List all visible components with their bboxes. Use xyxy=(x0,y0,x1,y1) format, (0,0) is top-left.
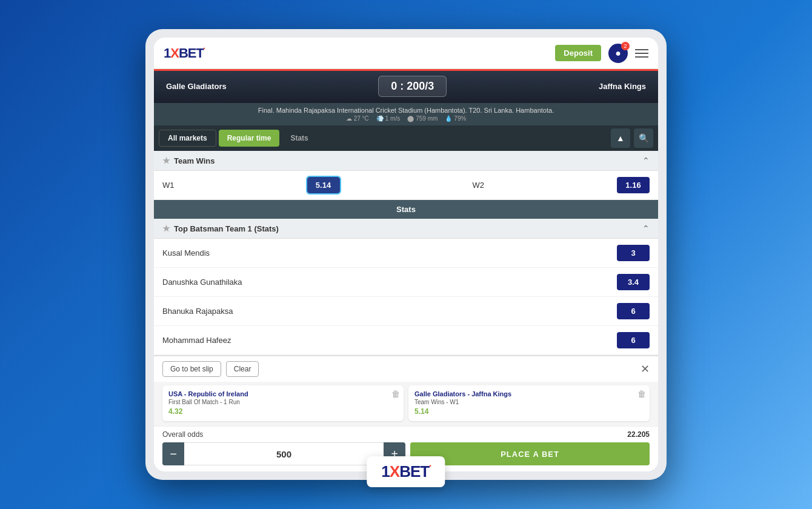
player-name-1: Kusal Mendis xyxy=(162,248,210,258)
place-bet-button[interactable]: PLACE A BET xyxy=(410,442,650,465)
player-row-2: Danushka Gunathilaka 3.4 xyxy=(154,268,658,297)
player-odds-button-2[interactable]: 3.4 xyxy=(617,274,650,290)
amount-input[interactable] xyxy=(184,442,384,465)
player-name-3: Bhanuka Rajapaksa xyxy=(162,307,233,316)
star-icon-2[interactable]: ★ xyxy=(162,224,170,233)
player-name-2: Danushka Gunathilaka xyxy=(162,278,242,287)
star-icon[interactable]: ★ xyxy=(162,156,170,165)
score-bar: Galle Gladiators 0 : 200/3 Jaffna Kings xyxy=(154,69,658,103)
bet-card-2-delete-button[interactable]: 🗑 xyxy=(637,389,646,399)
hamburger-menu-icon[interactable] xyxy=(635,49,648,58)
w1-odds-button[interactable]: 5.14 xyxy=(307,177,340,193)
user-icon[interactable]: ● 2 xyxy=(608,44,628,63)
humidity: 💧 79% xyxy=(445,115,466,122)
player-name-4: Mohammad Hafeez xyxy=(162,336,231,345)
player-row-3: Bhanuka Rajapaksa 6 xyxy=(154,297,658,326)
tabs-left: All markets Regular time Stats xyxy=(159,130,317,147)
w2-odds-button[interactable]: 1.16 xyxy=(617,177,650,193)
match-info-line1: Final. Mahinda Rajapaksa International C… xyxy=(258,107,554,114)
app-header: 1XBET▪ Deposit ● 2 xyxy=(154,38,658,69)
match-info-bar: Final. Mahinda Rajapaksa International C… xyxy=(154,103,658,125)
score-display: 0 : 200/3 xyxy=(378,76,447,97)
bet-card-1-odds: 4.32 xyxy=(168,407,182,416)
player-odds-button-1[interactable]: 3 xyxy=(617,245,650,261)
wind-speed: 💨 1 m/s xyxy=(376,115,400,122)
app-container: 1XBET▪ Deposit ● 2 Galle Gladiators 0 : … xyxy=(154,38,658,471)
bottom-logo-bar: 1XBET▪ xyxy=(367,456,445,487)
bet-card-1-subtitle: First Ball Of Match - 1 Run xyxy=(168,399,398,405)
team2-name: Jaffna Kings xyxy=(599,82,646,91)
tabs-bar: All markets Regular time Stats ▲ 🔍 xyxy=(154,125,658,151)
go-to-betslip-button[interactable]: Go to bet slip xyxy=(162,361,221,377)
temperature: ☁ 27 °C xyxy=(346,115,369,122)
bet-card-2-title: Galle Gladiators - Jaffna Kings xyxy=(414,390,644,398)
bet-card-2-odds: 5.14 xyxy=(414,407,428,416)
team-wins-row: W1 5.14 W2 1.16 xyxy=(154,171,658,200)
player-row-4: Mohammad Hafeez 6 xyxy=(154,326,658,355)
stats-divider: Stats xyxy=(154,200,658,219)
top-batsman-label: Top Batsman Team 1 (Stats) xyxy=(174,224,279,233)
tabs-right: ▲ 🔍 xyxy=(611,128,653,148)
top-batsman-title: ★ Top Batsman Team 1 (Stats) xyxy=(162,224,279,233)
w1-label: W1 xyxy=(162,181,175,190)
w2-label: W2 xyxy=(473,181,485,190)
logo-dot: ▪ xyxy=(204,45,205,51)
team-wins-title: ★ Team Wins xyxy=(162,156,215,165)
chevron-up-icon-2[interactable]: ⌃ xyxy=(642,224,650,233)
deposit-button[interactable]: Deposit xyxy=(555,45,601,61)
tab-stats[interactable]: Stats xyxy=(282,130,316,147)
logo-1: 1 xyxy=(164,45,170,61)
player-odds-button-3[interactable]: 6 xyxy=(617,303,650,319)
bottom-logo-box: 1XBET▪ xyxy=(367,456,445,487)
bet-card-2: Galle Gladiators - Jaffna Kings Team Win… xyxy=(408,385,650,421)
bet-card-1-title: USA - Republic of Ireland xyxy=(168,390,398,398)
bet-card-1: USA - Republic of Ireland First Ball Of … xyxy=(162,385,404,421)
tab-regular-time[interactable]: Regular time xyxy=(219,130,280,147)
header-right: Deposit ● 2 xyxy=(555,44,648,63)
betslip-bar: Go to bet slip Clear ✕ xyxy=(154,355,658,382)
search-icon-button[interactable]: 🔍 xyxy=(634,128,653,148)
tablet-frame: 1XBET▪ Deposit ● 2 Galle Gladiators 0 : … xyxy=(145,29,667,480)
bet-card-2-subtitle: Team Wins - W1 xyxy=(414,399,644,405)
tab-all-markets[interactable]: All markets xyxy=(159,130,216,147)
amount-decrease-button[interactable]: − xyxy=(162,442,184,465)
player-odds-button-4[interactable]: 6 xyxy=(617,332,650,348)
team-wins-label: Team Wins xyxy=(174,156,215,165)
bet-cards-container: USA - Republic of Ireland First Ball Of … xyxy=(154,382,658,426)
top-batsman-section-header: ★ Top Batsman Team 1 (Stats) ⌃ xyxy=(154,219,658,239)
match-info-line2: ☁ 27 °C 💨 1 m/s ⬤ 759 mm 💧 79% xyxy=(346,115,467,122)
overall-odds-label: Overall odds xyxy=(162,430,203,439)
team1-name: Galle Gladiators xyxy=(166,82,227,91)
pressure: ⬤ 759 mm xyxy=(407,115,438,122)
bottom-logo-text: 1XBET▪ xyxy=(381,462,430,481)
betslip-close-button[interactable]: ✕ xyxy=(641,362,650,376)
overall-odds-value: 22.205 xyxy=(627,430,650,439)
clear-button[interactable]: Clear xyxy=(226,361,259,377)
overall-odds-row: Overall odds 22.205 xyxy=(154,426,658,442)
app-logo: 1XBET▪ xyxy=(164,45,205,61)
chevron-up-icon[interactable]: ⌃ xyxy=(642,156,650,165)
notification-badge: 2 xyxy=(621,42,630,50)
player-row-1: Kusal Mendis 3 xyxy=(154,239,658,268)
bet-card-1-delete-button[interactable]: 🗑 xyxy=(391,389,400,399)
logo-text: 1XBET▪ xyxy=(164,45,205,61)
logo-x: X xyxy=(170,45,179,61)
team-wins-section-header: ★ Team Wins ⌃ xyxy=(154,151,658,171)
collapse-icon-button[interactable]: ▲ xyxy=(611,128,630,148)
